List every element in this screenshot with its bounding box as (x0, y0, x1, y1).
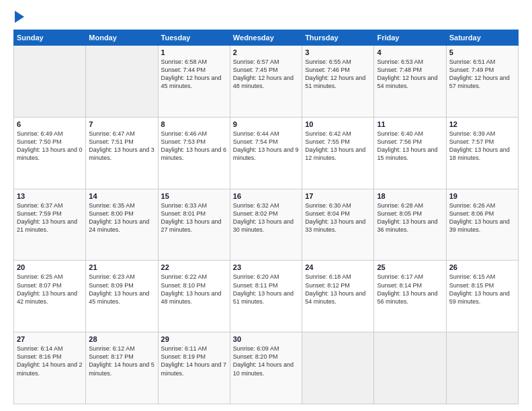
calendar-cell: 26Sunrise: 6:15 AMSunset: 8:15 PMDayligh… (446, 261, 518, 332)
calendar-cell: 10Sunrise: 6:42 AMSunset: 7:55 PMDayligh… (302, 117, 374, 189)
day-info: Sunrise: 6:20 AMSunset: 8:11 PMDaylight:… (233, 273, 299, 306)
calendar-cell: 12Sunrise: 6:39 AMSunset: 7:57 PMDayligh… (446, 117, 518, 189)
day-info: Sunrise: 6:55 AMSunset: 7:46 PMDaylight:… (305, 58, 371, 91)
day-info: Sunrise: 6:40 AMSunset: 7:56 PMDaylight:… (377, 130, 443, 163)
day-info: Sunrise: 6:35 AMSunset: 8:00 PMDaylight:… (89, 201, 154, 234)
days-header-row: SundayMondayTuesdayWednesdayThursdayFrid… (14, 30, 519, 46)
day-number: 28 (89, 335, 154, 343)
calendar-cell: 5Sunrise: 6:51 AMSunset: 7:49 PMDaylight… (446, 46, 518, 118)
calendar-cell: 18Sunrise: 6:28 AMSunset: 8:05 PMDayligh… (374, 189, 446, 261)
day-header-monday: Monday (86, 30, 158, 46)
page: SundayMondayTuesdayWednesdayThursdayFrid… (0, 0, 532, 411)
calendar-cell: 6Sunrise: 6:49 AMSunset: 7:50 PMDaylight… (14, 117, 86, 189)
day-number: 2 (233, 48, 299, 56)
day-info: Sunrise: 6:42 AMSunset: 7:55 PMDaylight:… (305, 130, 371, 163)
day-info: Sunrise: 6:22 AMSunset: 8:10 PMDaylight:… (161, 273, 227, 306)
day-info: Sunrise: 6:58 AMSunset: 7:44 PMDaylight:… (161, 58, 227, 91)
week-row-1: 1Sunrise: 6:58 AMSunset: 7:44 PMDaylight… (14, 46, 519, 118)
calendar-cell: 7Sunrise: 6:47 AMSunset: 7:51 PMDaylight… (86, 117, 158, 189)
day-header-wednesday: Wednesday (230, 30, 302, 46)
week-row-4: 20Sunrise: 6:25 AMSunset: 8:07 PMDayligh… (14, 261, 519, 332)
day-info: Sunrise: 6:18 AMSunset: 8:12 PMDaylight:… (305, 273, 371, 306)
calendar-cell (446, 332, 518, 404)
day-info: Sunrise: 6:37 AMSunset: 7:59 PMDaylight:… (17, 201, 83, 234)
day-number: 3 (305, 48, 371, 56)
day-number: 24 (305, 263, 371, 271)
day-info: Sunrise: 6:39 AMSunset: 7:57 PMDaylight:… (449, 130, 515, 163)
day-number: 21 (89, 263, 154, 271)
day-number: 12 (449, 120, 515, 128)
calendar-cell: 3Sunrise: 6:55 AMSunset: 7:46 PMDaylight… (302, 46, 374, 118)
day-info: Sunrise: 6:25 AMSunset: 8:07 PMDaylight:… (17, 273, 83, 306)
day-info: Sunrise: 6:51 AMSunset: 7:49 PMDaylight:… (449, 58, 515, 91)
calendar-cell (374, 332, 446, 404)
day-header-saturday: Saturday (446, 30, 518, 46)
day-info: Sunrise: 6:15 AMSunset: 8:15 PMDaylight:… (449, 273, 515, 306)
day-number: 4 (377, 48, 443, 56)
day-info: Sunrise: 6:28 AMSunset: 8:05 PMDaylight:… (377, 201, 443, 234)
calendar-cell: 8Sunrise: 6:46 AMSunset: 7:53 PMDaylight… (158, 117, 230, 189)
day-info: Sunrise: 6:57 AMSunset: 7:45 PMDaylight:… (233, 58, 299, 91)
day-number: 23 (233, 263, 299, 271)
day-info: Sunrise: 6:49 AMSunset: 7:50 PMDaylight:… (17, 130, 83, 163)
week-row-3: 13Sunrise: 6:37 AMSunset: 7:59 PMDayligh… (14, 189, 519, 261)
day-info: Sunrise: 6:32 AMSunset: 8:02 PMDaylight:… (233, 201, 299, 234)
calendar-cell: 13Sunrise: 6:37 AMSunset: 7:59 PMDayligh… (14, 189, 86, 261)
calendar-cell: 21Sunrise: 6:23 AMSunset: 8:09 PMDayligh… (86, 261, 158, 332)
calendar-cell: 20Sunrise: 6:25 AMSunset: 8:07 PMDayligh… (14, 261, 86, 332)
calendar-cell: 17Sunrise: 6:30 AMSunset: 8:04 PMDayligh… (302, 189, 374, 261)
calendar-cell: 22Sunrise: 6:22 AMSunset: 8:10 PMDayligh… (158, 261, 230, 332)
calendar-cell (14, 46, 86, 118)
calendar-cell: 14Sunrise: 6:35 AMSunset: 8:00 PMDayligh… (86, 189, 158, 261)
day-number: 8 (161, 120, 227, 128)
day-number: 27 (17, 335, 83, 343)
day-info: Sunrise: 6:44 AMSunset: 7:54 PMDaylight:… (233, 130, 299, 163)
logo-arrow-icon (15, 11, 24, 23)
day-header-friday: Friday (374, 30, 446, 46)
day-number: 22 (161, 263, 227, 271)
day-number: 6 (17, 120, 83, 128)
day-info: Sunrise: 6:09 AMSunset: 8:20 PMDaylight:… (233, 345, 299, 377)
day-number: 29 (161, 335, 227, 343)
calendar-cell: 24Sunrise: 6:18 AMSunset: 8:12 PMDayligh… (302, 261, 374, 332)
day-info: Sunrise: 6:23 AMSunset: 8:09 PMDaylight:… (89, 273, 154, 306)
calendar-cell: 2Sunrise: 6:57 AMSunset: 7:45 PMDaylight… (230, 46, 302, 118)
day-number: 30 (233, 335, 299, 343)
calendar-cell: 28Sunrise: 6:12 AMSunset: 8:17 PMDayligh… (86, 332, 158, 404)
day-info: Sunrise: 6:12 AMSunset: 8:17 PMDaylight:… (89, 345, 154, 377)
day-number: 5 (449, 48, 515, 56)
day-info: Sunrise: 6:11 AMSunset: 8:19 PMDaylight:… (161, 345, 227, 377)
calendar-cell: 9Sunrise: 6:44 AMSunset: 7:54 PMDaylight… (230, 117, 302, 189)
day-header-tuesday: Tuesday (158, 30, 230, 46)
day-number: 20 (17, 263, 83, 271)
logo (13, 12, 24, 23)
day-number: 19 (449, 192, 515, 200)
day-number: 17 (305, 192, 371, 200)
day-number: 26 (449, 263, 515, 271)
calendar-cell: 4Sunrise: 6:53 AMSunset: 7:48 PMDaylight… (374, 46, 446, 118)
day-info: Sunrise: 6:47 AMSunset: 7:51 PMDaylight:… (89, 130, 154, 163)
calendar-table: SundayMondayTuesdayWednesdayThursdayFrid… (13, 30, 519, 404)
calendar-cell: 27Sunrise: 6:14 AMSunset: 8:16 PMDayligh… (14, 332, 86, 404)
day-number: 16 (233, 192, 299, 200)
day-info: Sunrise: 6:46 AMSunset: 7:53 PMDaylight:… (161, 130, 227, 163)
day-header-thursday: Thursday (302, 30, 374, 46)
header (13, 12, 519, 23)
day-number: 1 (161, 48, 227, 56)
calendar-cell: 15Sunrise: 6:33 AMSunset: 8:01 PMDayligh… (158, 189, 230, 261)
day-number: 25 (377, 263, 443, 271)
day-header-sunday: Sunday (14, 30, 86, 46)
day-info: Sunrise: 6:30 AMSunset: 8:04 PMDaylight:… (305, 201, 371, 234)
calendar-cell: 29Sunrise: 6:11 AMSunset: 8:19 PMDayligh… (158, 332, 230, 404)
day-info: Sunrise: 6:53 AMSunset: 7:48 PMDaylight:… (377, 58, 443, 91)
calendar-cell: 19Sunrise: 6:26 AMSunset: 8:06 PMDayligh… (446, 189, 518, 261)
calendar-cell: 11Sunrise: 6:40 AMSunset: 7:56 PMDayligh… (374, 117, 446, 189)
day-number: 7 (89, 120, 154, 128)
week-row-5: 27Sunrise: 6:14 AMSunset: 8:16 PMDayligh… (14, 332, 519, 404)
day-info: Sunrise: 6:17 AMSunset: 8:14 PMDaylight:… (377, 273, 443, 306)
calendar-cell: 25Sunrise: 6:17 AMSunset: 8:14 PMDayligh… (374, 261, 446, 332)
day-number: 18 (377, 192, 443, 200)
day-info: Sunrise: 6:14 AMSunset: 8:16 PMDaylight:… (17, 345, 83, 377)
calendar-cell: 23Sunrise: 6:20 AMSunset: 8:11 PMDayligh… (230, 261, 302, 332)
day-info: Sunrise: 6:33 AMSunset: 8:01 PMDaylight:… (161, 201, 227, 234)
